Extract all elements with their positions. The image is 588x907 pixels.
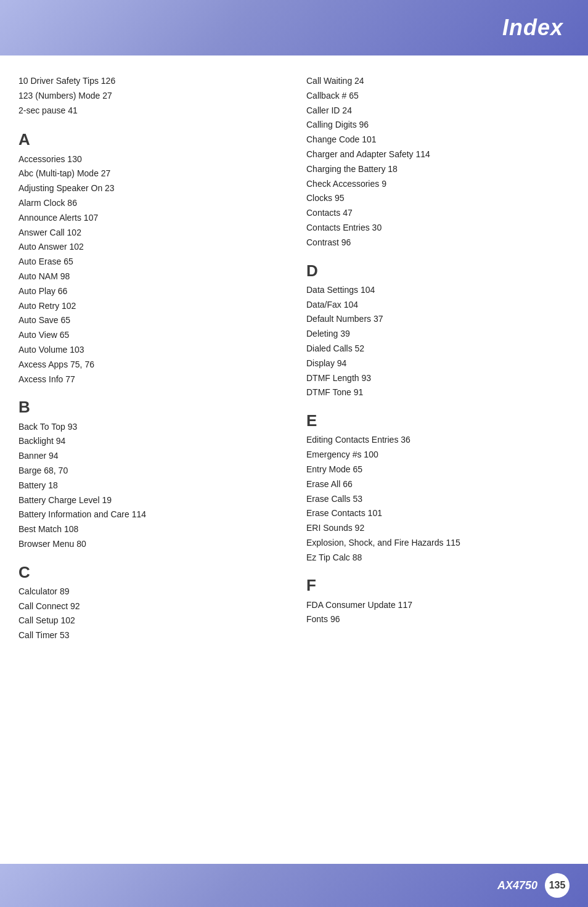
entry-browser-menu: Browser Menu 80 [18,537,282,552]
page-footer: AX4750 135 [0,864,588,907]
section-b: B Back To Top 93 Backlight 94 Banner 94 … [18,398,282,551]
entry-charger-safety: Charger and Adapter Safety 114 [306,147,570,162]
entry-barge: Barge 68, 70 [18,464,282,478]
intro-entries: 10 Driver Safety Tips 126 123 (Numbers) … [18,74,282,118]
entry-callback: Callback # 65 [306,89,570,104]
entry-data-fax: Data/Fax 104 [306,298,570,313]
left-column: 10 Driver Safety Tips 126 123 (Numbers) … [18,74,282,654]
entry-call-waiting: Call Waiting 24 [306,74,570,89]
entry-auto-save: Auto Save 65 [18,313,282,328]
entry-auto-erase: Auto Erase 65 [18,255,282,269]
entry-dialed-calls: Dialed Calls 52 [306,342,570,356]
entry-display: Display 94 [306,356,570,371]
page-number: 135 [545,873,570,898]
model-name: AX4750 [497,879,537,892]
intro-entry-3: 2-sec pause 41 [18,104,282,118]
intro-entry-2: 123 (Numbers) Mode 27 [18,89,282,104]
entry-backlight: Backlight 94 [18,434,282,449]
entry-auto-answer: Auto Answer 102 [18,240,282,255]
entry-calling-digits: Calling Digits 96 [306,118,570,133]
entry-banner: Banner 94 [18,449,282,464]
section-letter-d: D [306,261,570,281]
entry-change-code: Change Code 101 [306,133,570,147]
entry-contacts: Contacts 47 [306,206,570,221]
entry-auto-view: Auto View 65 [18,328,282,343]
section-c-continued: Call Waiting 24 Callback # 65 Caller ID … [306,74,570,250]
page-title: Index [502,15,563,41]
entry-charging-battery: Charging the Battery 18 [306,162,570,177]
section-letter-c: C [18,563,282,582]
intro-entry-1: 10 Driver Safety Tips 126 [18,74,282,89]
entry-deleting: Deleting 39 [306,327,570,342]
content-area: 10 Driver Safety Tips 126 123 (Numbers) … [0,55,588,704]
section-letter-b: B [18,398,282,417]
entry-entry-mode: Entry Mode 65 [306,462,570,477]
entry-calculator: Calculator 89 [18,585,282,599]
entry-axcess-apps: Axcess Apps 75, 76 [18,358,282,372]
entry-editing-contacts: Editing Contacts Entries 36 [306,433,570,448]
entry-caller-id: Caller ID 24 [306,104,570,118]
section-letter-e: E [306,411,570,430]
entry-auto-volume: Auto Volume 103 [18,343,282,358]
entry-clocks: Clocks 95 [306,191,570,206]
entry-data-settings: Data Settings 104 [306,283,570,298]
entry-alarm-clock: Alarm Clock 86 [18,196,282,211]
entry-call-setup: Call Setup 102 [18,614,282,628]
entry-abc-mode: Abc (Multi-tap) Mode 27 [18,166,282,181]
entry-contacts-entries: Contacts Entries 30 [306,221,570,236]
entry-erase-contacts: Erase Contacts 101 [306,506,570,521]
section-e: E Editing Contacts Entries 36 Emergency … [306,411,570,565]
entry-accessories: Accessories 130 [18,152,282,167]
section-letter-a: A [18,130,282,149]
right-column: Call Waiting 24 Callback # 65 Caller ID … [306,74,570,654]
section-letter-f: F [306,576,570,595]
entry-erase-all: Erase All 66 [306,477,570,492]
section-c: C Calculator 89 Call Connect 92 Call Set… [18,563,282,643]
section-a: A Accessories 130 Abc (Multi-tap) Mode 2… [18,130,282,387]
entry-fonts: Fonts 96 [306,612,570,627]
entry-battery-charge: Battery Charge Level 19 [18,493,282,508]
section-d: D Data Settings 104 Data/Fax 104 Default… [306,261,570,401]
entry-default-numbers: Default Numbers 37 [306,312,570,327]
entry-explosion-hazards: Explosion, Shock, and Fire Hazards 115 [306,536,570,551]
entry-battery: Battery 18 [18,478,282,493]
entry-erase-calls: Erase Calls 53 [306,492,570,507]
entry-emergency: Emergency #s 100 [306,448,570,462]
page-header: Index [0,0,588,55]
entry-ez-tip-calc: Ez Tip Calc 88 [306,551,570,565]
page-content: Index 10 Driver Safety Tips 126 123 (Num… [0,0,588,907]
entry-dtmf-tone: DTMF Tone 91 [306,385,570,400]
entry-answer-call: Answer Call 102 [18,226,282,240]
entry-adjusting-speaker: Adjusting Speaker On 23 [18,181,282,196]
entry-announce-alerts: Announce Alerts 107 [18,211,282,226]
entry-check-accessories: Check Accessories 9 [306,177,570,192]
entry-auto-play: Auto Play 66 [18,284,282,299]
entry-contrast: Contrast 96 [306,236,570,250]
section-f: F FDA Consumer Update 117 Fonts 96 [306,576,570,627]
entry-axcess-info: Axcess Info 77 [18,372,282,387]
entry-eri-sounds: ERI Sounds 92 [306,521,570,536]
entry-call-timer: Call Timer 53 [18,628,282,643]
entry-fda-update: FDA Consumer Update 117 [306,598,570,613]
entry-best-match: Best Match 108 [18,522,282,537]
entry-back-to-top: Back To Top 93 [18,420,282,435]
entry-call-connect: Call Connect 92 [18,599,282,614]
entry-auto-retry: Auto Retry 102 [18,299,282,314]
entry-auto-nam: Auto NAM 98 [18,269,282,284]
entry-battery-info: Battery Information and Care 114 [18,507,282,522]
entry-dtmf-length: DTMF Length 93 [306,371,570,386]
